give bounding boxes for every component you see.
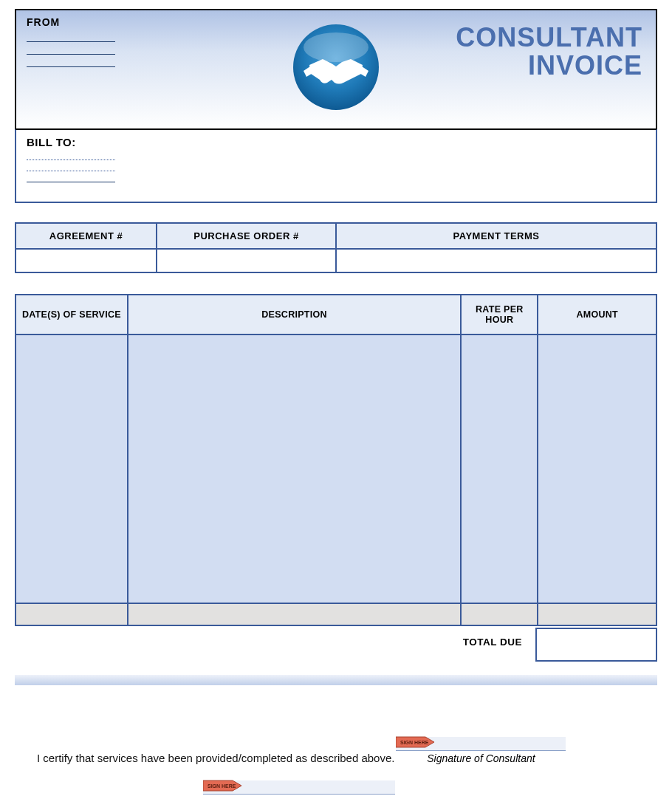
approver-signature-field[interactable]: SIGN HERE <box>203 780 395 795</box>
rate-cell[interactable] <box>461 334 538 603</box>
consultant-signature-field[interactable]: SIGN HERE <box>396 737 566 751</box>
total-due-label: TOTAL DUE <box>450 628 535 662</box>
line-items-table: DATE(S) OF SERVICE DESCRIPTION RATE PER … <box>15 294 657 626</box>
document-title: CONSULTANT INVOICE <box>456 24 642 80</box>
date-footer <box>16 603 128 625</box>
total-due-value[interactable] <box>535 628 657 662</box>
amount-cell[interactable] <box>538 334 656 603</box>
date-cell[interactable] <box>16 334 128 603</box>
bill-to-label: BILL TO: <box>27 136 645 148</box>
desc-header: DESCRIPTION <box>128 295 461 334</box>
sign-here-icon: SIGN HERE <box>203 779 244 795</box>
handshake-logo-icon <box>288 19 384 118</box>
terms-header: PAYMENT TERMS <box>336 223 656 249</box>
po-field[interactable] <box>157 249 336 272</box>
rate-footer <box>461 603 538 625</box>
rate-header: RATE PER HOUR <box>461 295 538 334</box>
meta-table: AGREEMENT # PURCHASE ORDER # PAYMENT TER… <box>15 222 657 273</box>
from-label: FROM <box>27 16 115 28</box>
bill-to-lines[interactable] <box>27 151 645 182</box>
certify-text: I certify that services have been provid… <box>37 752 394 764</box>
svg-text:SIGN HERE: SIGN HERE <box>208 783 236 789</box>
desc-footer <box>128 603 461 625</box>
from-lines[interactable] <box>27 32 115 67</box>
bill-to-box: BILL TO: <box>15 129 657 203</box>
sign-here-icon: SIGN HERE <box>396 735 437 752</box>
amount-header: AMOUNT <box>538 295 656 334</box>
desc-cell[interactable] <box>128 334 461 603</box>
divider-bar <box>15 675 657 685</box>
svg-point-1 <box>304 32 368 62</box>
po-header: PURCHASE ORDER # <box>157 223 336 249</box>
total-row: TOTAL DUE <box>15 628 657 662</box>
header-banner: FROM <box>15 9 657 130</box>
amount-footer <box>538 603 656 625</box>
agreement-header: AGREEMENT # <box>16 223 157 249</box>
agreement-field[interactable] <box>16 249 157 272</box>
consultant-signature-caption: Signature of Consultant <box>396 752 566 764</box>
terms-field[interactable] <box>336 249 656 272</box>
svg-text:SIGN HERE: SIGN HERE <box>400 740 429 745</box>
date-header: DATE(S) OF SERVICE <box>16 295 128 334</box>
